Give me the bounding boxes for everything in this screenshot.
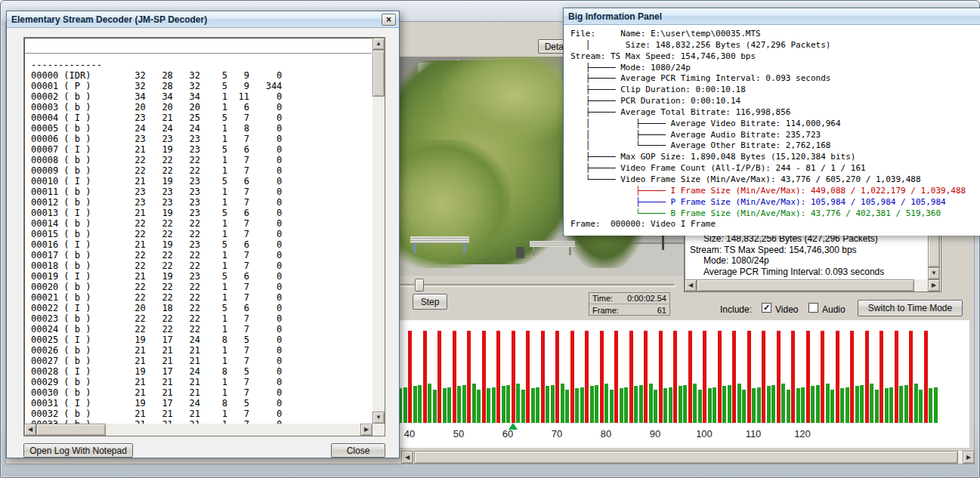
decoder-log-line: 00017 ( b ) 22 22 22 1 7 0: [31, 250, 372, 261]
current-frame-marker[interactable]: [509, 423, 518, 430]
big-info-line: ├───── Average PCR Timing Interval: 0.09…: [570, 73, 966, 85]
decoder-log-line: 00012 ( b ) 23 23 23 1 7 0: [31, 197, 372, 208]
close-icon[interactable]: ×: [382, 14, 396, 26]
scroll-left-icon[interactable]: ◀: [24, 424, 36, 436]
scroll-left-icon[interactable]: ◀: [401, 451, 413, 464]
decoder-vscrollbar[interactable]: ▲ ▼: [373, 38, 385, 424]
photo-bench: [530, 241, 575, 247]
seek-slider-thumb[interactable]: [415, 279, 424, 291]
scrollbar-corner: [373, 424, 385, 436]
scroll-up-icon[interactable]: ▲: [373, 38, 385, 50]
big-info-line: ├───── I Frame Size (Min/Ave/Max): 449,0…: [570, 186, 966, 197]
big-info-line: File: Name: E:\user\temp\00035.MTS: [570, 29, 966, 40]
decoder-log-line: 00019 ( I ) 21 19 23 5 6 0: [31, 271, 372, 282]
decoder-log-line: 00032 ( b ) 21 21 21 1 7 0: [31, 409, 372, 419]
x-tick-label: 120: [792, 428, 813, 439]
big-info-line: Stream: TS Max Speed: 154,746,300 bps: [570, 51, 966, 63]
scroll-left-icon[interactable]: ◀: [685, 279, 697, 291]
photo-bench-leg: [569, 247, 571, 255]
big-info-line: ├───── Clip Duration: 0:00:10.18: [570, 85, 966, 96]
chart-x-axis: 405060708090100110120: [340, 320, 969, 448]
big-info-line: │ └───── Average Other Bitrate: 2,762,16…: [570, 140, 966, 152]
time-row: Time: 0:00:02.54: [589, 293, 669, 304]
decoder-log-line: 00021 ( b ) 22 22 22 1 7 0: [31, 292, 372, 303]
photo-bench-leg: [413, 243, 416, 253]
decoder-dialog: Elementary Stream Decoder (JM-SP Decoder…: [6, 11, 400, 458]
big-info-line: └───── B Frame Size (Min/Ave/Max): 43,77…: [570, 208, 966, 220]
big-info-panel-title: Big Information Panel: [568, 11, 662, 22]
photo-bench-leg: [533, 247, 535, 255]
step-button[interactable]: Step: [413, 294, 447, 310]
big-info-line: └───── Video Frame Size (Min/Ave/Max): 4…: [570, 174, 966, 186]
decoder-log-line: 00001 ( P ) 32 28 32 5 9 344: [31, 81, 372, 91]
x-tick-label: 50: [448, 428, 469, 439]
open-log-notepad-button[interactable]: Open Log With Notepad: [23, 443, 133, 458]
decoder-log-line: 00030 ( b ) 21 21 21 1 7 0: [31, 387, 372, 398]
decoder-vscrollbar-thumb[interactable]: [373, 50, 385, 97]
mini-info-line: Average PCR Timing Interval: 0.093 secon…: [687, 267, 926, 278]
decoder-log-line: 00013 ( I ) 21 19 23 5 6 0: [31, 208, 372, 218]
mini-info-line: Stream: TS Max Speed: 154,746,300 bps: [687, 245, 926, 256]
decoder-log-line: 00014 ( b ) 22 22 22 1 7 0: [31, 218, 372, 229]
decoder-table-body: -------------00000 (IDR) 32 28 32 5 9 00…: [25, 54, 372, 424]
big-info-panel: Big Information Panel File: Name: E:\use…: [563, 8, 980, 236]
video-checkbox[interactable]: ✓: [762, 303, 771, 313]
timeline-hscrollbar[interactable]: ◀ ▶: [401, 451, 975, 464]
decoder-log-line: 00000 (IDR) 32 28 32 5 9 0: [31, 70, 372, 81]
decoder-dialog-title: Elementary Stream Decoder (JM-SP Decoder…: [11, 14, 207, 25]
decoder-log-line: 00010 ( I ) 21 19 23 5 6 0: [31, 176, 372, 187]
decoder-log-line: 00007 ( I ) 21 19 23 5 6 0: [31, 144, 372, 155]
scroll-right-icon[interactable]: ▶: [360, 424, 373, 436]
big-info-line: ├───── Average Total Bitrate: 116,998,85…: [570, 107, 966, 119]
scroll-down-icon[interactable]: ▼: [928, 267, 940, 279]
x-tick-label: 110: [743, 428, 764, 439]
big-info-line: Frame: 000000: Video I Frame: [570, 219, 966, 230]
murdoc-analyzer-screenshot: Detail Step Time: 0:00:02.54 Frame: 61 S…: [0, 0, 980, 478]
scroll-down-icon[interactable]: ▼: [373, 412, 385, 424]
big-info-line: ├───── Mode: 1080/24p: [570, 63, 966, 74]
decoder-log-line: 00003 ( b ) 20 20 20 1 6 0: [31, 102, 372, 113]
audio-checkbox-label: Audio: [822, 304, 846, 315]
audio-checkbox[interactable]: [808, 303, 818, 313]
x-tick-label: 60: [497, 428, 518, 439]
frame-size-chart[interactable]: 405060708090100110120: [340, 320, 969, 448]
scroll-right-icon[interactable]: ▶: [928, 279, 940, 291]
big-info-line: │ ├───── Average Audio Bitrate: 235,723: [570, 130, 966, 141]
decoder-log-line: 00004 ( I ) 23 21 25 5 7 0: [31, 113, 372, 123]
decoder-log-line: 00022 ( I ) 20 18 22 5 6 0: [31, 303, 372, 313]
decoder-log-line: 00023 ( b ) 22 22 22 1 7 0: [31, 313, 372, 324]
frame-value: 61: [657, 306, 669, 315]
dialog-close-button[interactable]: Close: [331, 443, 385, 458]
big-info-panel-body: File: Name: E:\user\temp\00035.MTS │ Siz…: [564, 25, 980, 236]
decoder-log-line: -------------: [31, 60, 372, 70]
time-label: Time:: [589, 294, 613, 303]
scroll-right-icon[interactable]: ▶: [963, 451, 975, 464]
decoder-log-line: 00028 ( I ) 19 17 24 8 5 0: [31, 366, 372, 377]
big-info-line: ├───── Max GOP Size: 1,890,048 Bytes (15…: [570, 152, 966, 163]
big-info-line: │ Size: 148,832,256 Bytes (427,296 Packe…: [570, 40, 966, 51]
decoder-hscrollbar[interactable]: ◀ ▶: [24, 424, 373, 436]
decoder-log-line: 00015 ( b ) 22 22 22 1 7 0: [31, 229, 372, 239]
decoder-log-line: 00016 ( I ) 21 19 23 5 6 0: [31, 239, 372, 250]
decoder-hscrollbar-thumb[interactable]: [36, 424, 106, 436]
time-frame-box: Time: 0:00:02.54 Frame: 61: [589, 292, 670, 316]
mini-hscrollbar-thumb[interactable]: [697, 279, 914, 291]
decoder-dialog-titlebar[interactable]: Elementary Stream Decoder (JM-SP Decoder…: [7, 11, 399, 28]
mini-hscrollbar[interactable]: ◀ ▶: [685, 279, 940, 291]
frame-row: Frame: 61: [589, 304, 669, 316]
include-label: Include:: [720, 304, 752, 315]
decoder-log-listbox[interactable]: -------------00000 (IDR) 32 28 32 5 9 00…: [23, 37, 385, 436]
decoder-log-line: 00029 ( b ) 21 21 21 1 7 0: [31, 377, 372, 387]
big-info-panel-titlebar[interactable]: Big Information Panel: [564, 8, 980, 25]
switch-to-time-mode-button[interactable]: Switch to Time Mode: [858, 300, 963, 316]
x-tick-label: 70: [546, 428, 567, 439]
x-tick-label: 40: [399, 428, 420, 439]
photo-bench: [410, 236, 469, 243]
x-tick-label: 100: [694, 428, 715, 439]
x-tick-label: 90: [645, 428, 666, 439]
info-mini-panel-text: Size: 148,832,256 Bytes (427,296 Packets…: [687, 233, 926, 277]
big-info-text: File: Name: E:\user\temp\00035.MTS │ Siz…: [570, 29, 966, 230]
timeline-hscrollbar-thumb[interactable]: [414, 451, 958, 464]
decoder-log-line: 00026 ( b ) 21 21 21 1 7 0: [31, 345, 372, 356]
decoder-log-line: 00027 ( b ) 21 21 21 1 7 0: [31, 356, 372, 366]
